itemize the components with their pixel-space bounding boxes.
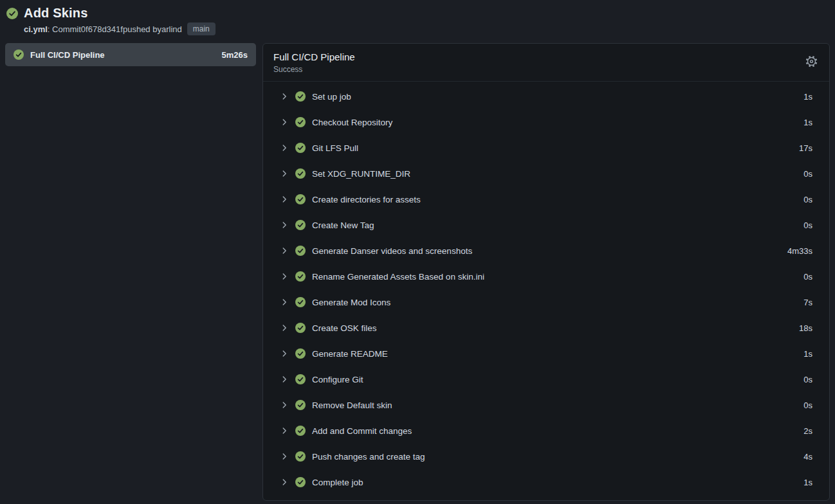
- step-duration: 17s: [799, 143, 812, 153]
- step-label: Git LFS Pull: [312, 143, 793, 153]
- step-success-icon: [295, 374, 306, 384]
- chevron-right-icon[interactable]: [280, 169, 289, 178]
- step-row[interactable]: Create OSK files 18s: [263, 315, 829, 341]
- step-duration: 1s: [803, 478, 812, 487]
- step-label: Set XDG_RUNTIME_DIR: [312, 169, 797, 179]
- job-panel: Full CI/CD Pipeline Success: [262, 43, 830, 501]
- step-success-icon: [295, 451, 306, 462]
- step-row[interactable]: Set up job 1s: [263, 84, 829, 109]
- step-row[interactable]: Generate Mod Icons 7s: [263, 289, 829, 315]
- chevron-right-icon[interactable]: [280, 426, 289, 435]
- step-duration: 0s: [803, 221, 812, 230]
- step-row[interactable]: Set XDG_RUNTIME_DIR 0s: [263, 161, 829, 186]
- step-duration: 7s: [803, 298, 812, 307]
- step-label: Generate Mod Icons: [312, 298, 797, 307]
- step-success-icon: [295, 246, 306, 256]
- step-label: Configure Git: [312, 375, 797, 384]
- step-row[interactable]: Remove Default skin 0s: [263, 392, 829, 418]
- step-success-icon: [295, 91, 306, 102]
- step-label: Checkout Repository: [312, 118, 797, 127]
- commit-sha-link[interactable]: 0f678d341f: [81, 24, 123, 34]
- step-label: Add and Commit changes: [312, 426, 797, 436]
- step-row[interactable]: Rename Generated Assets Based on skin.in…: [263, 264, 829, 289]
- step-duration: 2s: [803, 426, 812, 436]
- step-success-icon: [295, 348, 306, 359]
- chevron-right-icon[interactable]: [280, 452, 289, 461]
- steps-list: Set up job 1s Checkout Repository 1s Git…: [263, 82, 829, 495]
- run-content: Full CI/CD Pipeline 5m26s Full CI/CD Pip…: [0, 39, 835, 501]
- step-success-icon: [295, 426, 306, 436]
- chevron-right-icon[interactable]: [280, 298, 289, 307]
- step-row[interactable]: Generate Danser videos and screenshots 4…: [263, 238, 829, 264]
- run-title: Add Skins: [24, 6, 88, 21]
- step-duration: 0s: [803, 272, 812, 282]
- step-row[interactable]: Complete job 1s: [263, 469, 829, 495]
- chevron-right-icon[interactable]: [280, 221, 289, 230]
- step-row[interactable]: Generate README 1s: [263, 341, 829, 366]
- gear-icon[interactable]: [804, 54, 819, 69]
- chevron-right-icon[interactable]: [280, 143, 289, 152]
- chevron-right-icon[interactable]: [280, 92, 289, 101]
- step-row[interactable]: Push changes and create tag 4s: [263, 444, 829, 469]
- step-label: Create directories for assets: [312, 195, 797, 204]
- chevron-right-icon[interactable]: [280, 118, 289, 127]
- chevron-right-icon[interactable]: [280, 375, 289, 384]
- chevron-right-icon[interactable]: [280, 323, 289, 332]
- step-label: Create OSK files: [312, 323, 793, 333]
- step-success-icon: [295, 220, 306, 230]
- step-duration: 1s: [803, 349, 812, 359]
- run-header: Add Skins ci.yml: Commit 0f678d341f push…: [0, 0, 835, 39]
- branch-badge[interactable]: main: [187, 22, 216, 35]
- step-success-icon: [295, 168, 306, 179]
- job-panel-title: Full CI/CD Pipeline: [273, 51, 804, 62]
- chevron-right-icon[interactable]: [280, 195, 289, 204]
- step-success-icon: [295, 297, 306, 307]
- step-label: Complete job: [312, 478, 797, 487]
- step-duration: 4m33s: [787, 246, 812, 256]
- step-label: Push changes and create tag: [312, 452, 797, 462]
- step-duration: 0s: [803, 401, 812, 410]
- step-label: Set up job: [312, 92, 797, 102]
- job-panel-header: Full CI/CD Pipeline Success: [263, 44, 829, 82]
- step-success-icon: [295, 117, 306, 127]
- step-label: Generate README: [312, 349, 797, 359]
- step-duration: 4s: [803, 452, 812, 462]
- run-success-icon: [6, 8, 18, 19]
- step-label: Create New Tag: [312, 221, 797, 230]
- step-row[interactable]: Create New Tag 0s: [263, 212, 829, 238]
- step-row[interactable]: Add and Commit changes 2s: [263, 418, 829, 444]
- run-subtitle: ci.yml: Commit 0f678d341f pushed by arli…: [24, 22, 827, 35]
- pushed-by-text: pushed by: [123, 24, 161, 34]
- step-row[interactable]: Configure Git 0s: [263, 366, 829, 392]
- job-success-icon: [14, 50, 24, 60]
- actor-link[interactable]: arlind: [161, 24, 182, 34]
- step-label: Remove Default skin: [312, 401, 797, 410]
- step-success-icon: [295, 400, 306, 410]
- step-duration: 0s: [803, 169, 812, 179]
- actions-run-page: Add Skins ci.yml: Commit 0f678d341f push…: [0, 0, 835, 504]
- workflow-file-link[interactable]: ci.yml: [24, 24, 48, 34]
- step-duration: 0s: [803, 375, 812, 384]
- job-status-text: Success: [273, 65, 804, 74]
- chevron-right-icon[interactable]: [280, 401, 289, 410]
- step-label: Rename Generated Assets Based on skin.in…: [312, 272, 797, 282]
- step-duration: 1s: [803, 118, 812, 127]
- step-row[interactable]: Git LFS Pull 17s: [263, 135, 829, 161]
- step-row[interactable]: Create directories for assets 0s: [263, 186, 829, 212]
- step-success-icon: [295, 194, 306, 204]
- sidebar-job-item[interactable]: Full CI/CD Pipeline 5m26s: [5, 43, 256, 66]
- step-row[interactable]: Checkout Repository 1s: [263, 109, 829, 135]
- job-name: Full CI/CD Pipeline: [30, 50, 216, 60]
- step-success-icon: [295, 271, 306, 282]
- chevron-right-icon[interactable]: [280, 272, 289, 281]
- jobs-sidebar: Full CI/CD Pipeline 5m26s: [5, 43, 256, 66]
- step-duration: 18s: [799, 323, 812, 333]
- step-success-icon: [295, 477, 306, 487]
- chevron-right-icon[interactable]: [280, 246, 289, 255]
- step-success-icon: [295, 143, 306, 153]
- chevron-right-icon[interactable]: [280, 349, 289, 358]
- job-duration: 5m26s: [222, 50, 248, 60]
- chevron-right-icon[interactable]: [280, 478, 289, 487]
- step-duration: 0s: [803, 195, 812, 204]
- step-duration: 1s: [803, 92, 812, 102]
